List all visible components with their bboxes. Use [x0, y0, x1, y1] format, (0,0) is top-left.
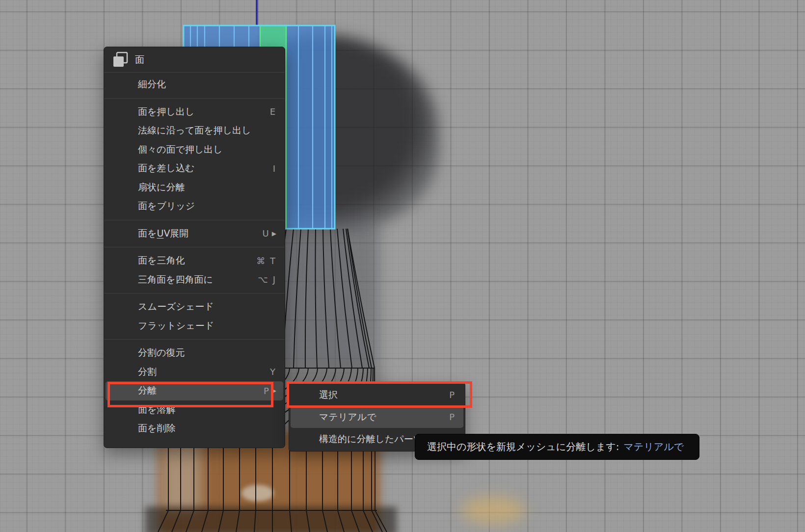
menu-item-label: スムーズシェード: [138, 300, 276, 313]
menu-item-label: 面をブリッジ: [138, 200, 276, 213]
menu-item-shortcut: P: [449, 390, 456, 400]
menu-item-separate[interactable]: 分離P▶: [106, 381, 283, 400]
menu-item-extrude-faces[interactable]: 面を押し出しE: [106, 103, 283, 122]
menu-divider: [104, 220, 285, 220]
menu-item-bridge-faces[interactable]: 面をブリッジ: [106, 197, 283, 216]
tooltip-highlight: マテリアルで: [623, 440, 684, 453]
menu-item-shortcut: E: [270, 106, 276, 117]
menu-item-shortcut: P: [264, 386, 270, 396]
menu-item-separate-by-material[interactable]: マテリアルでP: [291, 406, 463, 428]
menu-item-shortcut: I: [273, 163, 276, 174]
menu-item-label: 面をUV展開: [138, 227, 257, 240]
menu-item-split[interactable]: 分割Y: [106, 363, 283, 382]
menu-item-label: フラットシェード: [138, 319, 276, 332]
tooltip: 選択中の形状を新規メッシュに分離します: マテリアルで: [415, 434, 699, 460]
menu-item-label: マテリアルで: [319, 411, 443, 424]
menu-item-label: 面を削除: [138, 422, 276, 435]
menu-item-label: 分割の復元: [138, 346, 276, 359]
menu-item-label: 個々の面で押し出し: [138, 143, 276, 156]
menu-item-inset-faces[interactable]: 面を差し込むI: [106, 159, 283, 178]
menu-item-delete-faces[interactable]: 面を削除: [106, 419, 283, 438]
menu-item-label: 細分化: [138, 78, 276, 91]
submenu-arrow-icon: ▶: [272, 230, 276, 237]
context-menu-items: 細分化面を押し出しE法線に沿って面を押し出し個々の面で押し出し面を差し込むI扇状…: [104, 73, 285, 438]
menu-item-poke-faces[interactable]: 扇状に分離: [106, 178, 283, 197]
menu-title: 面: [135, 53, 144, 66]
menu-item-triangulate-faces[interactable]: 面を三角化⌘ T: [106, 251, 283, 270]
menu-item-label: 選択: [319, 389, 443, 401]
menu-divider: [104, 293, 285, 293]
menu-item-label: 扇状に分離: [138, 181, 276, 194]
menu-item-label: 分割: [138, 366, 264, 378]
menu-divider: [104, 339, 285, 340]
menu-header: 面: [104, 47, 285, 73]
menu-item-shortcut: P: [449, 412, 456, 422]
menu-item-shade-smooth[interactable]: スムーズシェード: [106, 297, 283, 317]
face-select-icon: [112, 52, 129, 68]
menu-item-shortcut: ⌥ J: [258, 274, 276, 285]
menu-item-label: 三角面を四角面に: [138, 273, 252, 286]
menu-item-shade-flat[interactable]: フラットシェード: [106, 317, 283, 336]
menu-item-extrude-individual-faces[interactable]: 個々の面で押し出し: [106, 140, 283, 160]
menu-item-label: 面を差し込む: [138, 162, 267, 175]
menu-item-label: 面を溶解: [138, 403, 276, 416]
viewport-3d[interactable]: 面 細分化面を押し出しE法線に沿って面を押し出し個々の面で押し出し面を差し込むI…: [0, 0, 805, 532]
menu-item-label: 面を押し出し: [138, 106, 264, 118]
menu-item-subdivide[interactable]: 細分化: [106, 75, 283, 94]
menu-item-uv-unwrap-faces[interactable]: 面をUV展開U▶: [106, 224, 283, 243]
menu-item-tris-to-quads[interactable]: 三角面を四角面に⌥ J: [106, 270, 283, 290]
menu-item-separate-selection[interactable]: 選択P: [291, 384, 463, 406]
submenu-arrow-icon: ▶: [272, 387, 276, 394]
menu-item-label: 面を三角化: [138, 254, 250, 267]
menu-item-shortcut: Y: [270, 367, 276, 377]
tooltip-text: 選択中の形状を新規メッシュに分離します:: [427, 440, 619, 453]
menu-item-label: 分離: [138, 384, 258, 397]
menu-divider: [104, 247, 285, 247]
menu-item-label: 法線に沿って面を押し出し: [138, 124, 276, 137]
menu-divider: [104, 98, 285, 99]
menu-item-un-subdivide[interactable]: 分割の復元: [106, 344, 283, 363]
menu-item-shortcut: ⌘ T: [256, 256, 276, 266]
menu-item-extrude-faces-along-normals[interactable]: 法線に沿って面を押し出し: [106, 121, 283, 140]
face-context-menu: 面 細分化面を押し出しE法線に沿って面を押し出し個々の面で押し出し面を差し込むI…: [104, 47, 285, 448]
menu-item-dissolve-faces[interactable]: 面を溶解: [106, 400, 283, 420]
menu-item-shortcut: U: [263, 228, 270, 239]
